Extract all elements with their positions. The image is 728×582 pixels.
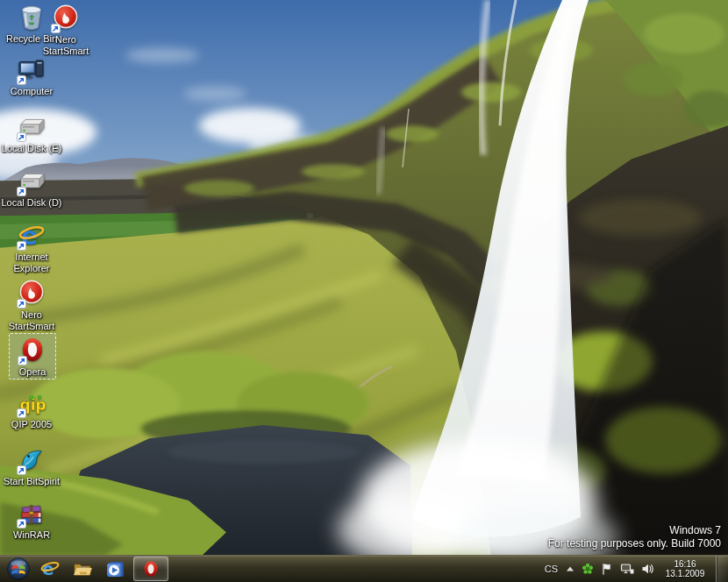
opera-icon	[141, 559, 161, 578]
shortcut-arrow-icon	[17, 519, 26, 529]
shortcut-arrow-icon	[17, 75, 26, 85]
internet-explorer-icon: e	[17, 221, 46, 251]
nero-startsmart-icon	[51, 4, 81, 33]
desktop-icon-local-disk-d[interactable]: Local Disk (D)	[1, 167, 62, 209]
show-hidden-icons-button[interactable]	[566, 565, 575, 572]
shortcut-arrow-icon	[17, 241, 26, 251]
windows-logo-icon	[7, 557, 30, 580]
speaker-icon	[641, 563, 654, 575]
shortcut-arrow-icon	[18, 356, 27, 366]
shortcut-arrow-icon	[17, 465, 26, 475]
tray-action-center-icon[interactable]	[601, 563, 613, 575]
shortcut-arrow-icon	[17, 299, 26, 309]
show-desktop-button[interactable]	[716, 556, 728, 582]
opera-icon	[18, 336, 47, 366]
desktop-icon-label: Internet Explorer	[1, 252, 62, 274]
desktop-icon-label: Opera	[19, 366, 46, 378]
taskbar: e	[0, 555, 728, 582]
desktop-icon-label: Local Disk (D)	[1, 197, 61, 209]
tray-qip-status-icon[interactable]	[582, 563, 594, 575]
build-watermark: Windows 7 For testing purposes only. Bui…	[548, 524, 721, 550]
disk-drive-icon	[17, 167, 46, 196]
taskbar-internet-explorer-button[interactable]: e	[36, 557, 64, 580]
waterfall-scene	[0, 0, 728, 556]
network-icon	[620, 563, 634, 575]
desktop-icon-label: Nero StartSmart	[37, 34, 95, 57]
shortcut-arrow-icon	[51, 24, 61, 33]
wallpaper-image	[0, 0, 728, 556]
tray-network-icon[interactable]	[620, 563, 634, 575]
desktop-icon-label: Start BitSpirit	[4, 476, 60, 487]
desktop-icon-start-bitspirit[interactable]: Start BitSpirit	[0, 445, 70, 487]
flag-icon	[601, 563, 613, 575]
nero-startsmart-icon	[17, 279, 46, 309]
desktop-icon-winrar[interactable]: WinRAR	[1, 499, 62, 541]
winrar-icon	[17, 499, 46, 529]
desktop-icon-label: WinRAR	[13, 529, 50, 541]
shortcut-arrow-icon	[17, 187, 26, 196]
desktop-icon-label: Computer	[11, 86, 53, 97]
taskbar-left-section: e	[0, 556, 168, 582]
desktop-icon-opera[interactable]: Opera	[9, 333, 56, 380]
desktop-icon-computer[interactable]: Computer	[1, 55, 62, 97]
desktop-icon-label: Nero StartSmart	[1, 309, 62, 332]
taskbar-windows-explorer-button[interactable]	[68, 557, 96, 580]
chevron-up-icon	[566, 565, 575, 572]
desktop-icon-internet-explorer[interactable]: e Internet Explorer	[1, 221, 62, 274]
desktop-icon-nero-startsmart-2[interactable]: Nero StartSmart	[37, 4, 95, 57]
tray-volume-icon[interactable]	[641, 563, 654, 575]
clock-time: 16:16	[664, 559, 706, 569]
system-tray: CS	[540, 556, 728, 582]
folder-icon	[72, 558, 93, 579]
taskbar-media-player-button[interactable]	[101, 557, 129, 580]
internet-explorer-icon: e	[39, 558, 61, 579]
disk-drive-icon	[17, 112, 46, 142]
media-player-icon	[104, 558, 125, 579]
watermark-line1: Windows 7	[548, 524, 721, 537]
desktop-icon-qip-2005[interactable]: qip QIP 2005	[1, 388, 62, 430]
desktop-icon-nero-startsmart[interactable]: Nero StartSmart	[1, 279, 62, 332]
qip-flower-icon	[582, 563, 594, 575]
language-indicator[interactable]: CS	[544, 564, 559, 574]
bitspirit-icon	[17, 445, 46, 475]
taskbar-clock[interactable]: 16:16 13.1.2009	[661, 559, 709, 578]
desktop-icon-local-disk-e[interactable]: Local Disk (E)	[0, 112, 70, 154]
desktop-icon-label: Local Disk (E)	[2, 143, 61, 154]
shortcut-arrow-icon	[17, 408, 26, 418]
clock-date: 13.1.2009	[664, 569, 706, 578]
qip-icon: qip	[17, 388, 46, 418]
start-button[interactable]	[5, 557, 32, 581]
computer-icon	[17, 55, 46, 85]
desktop-icon-label: QIP 2005	[11, 419, 52, 430]
desktop-surface[interactable]: Recycle Bin Nero StartSmart	[0, 0, 728, 556]
taskbar-opera-button[interactable]	[133, 557, 168, 581]
watermark-line2: For testing purposes only. Build 7000	[548, 537, 721, 550]
shortcut-arrow-icon	[17, 132, 26, 142]
